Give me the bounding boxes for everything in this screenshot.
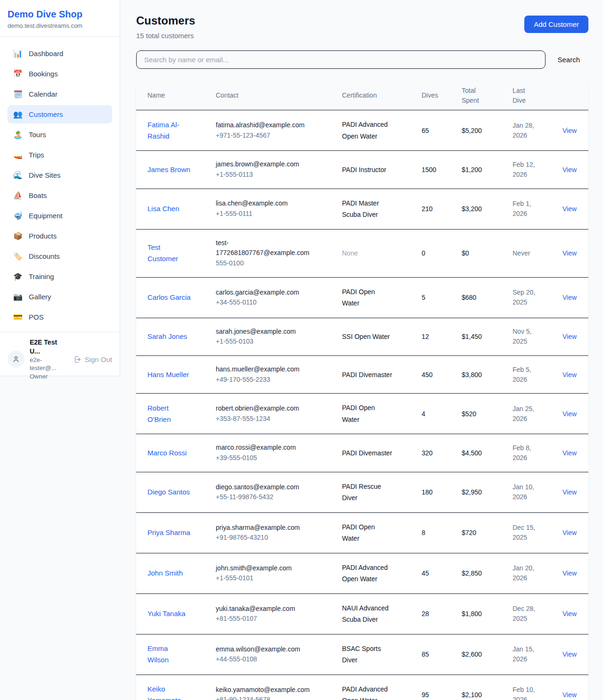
camera-icon: 📷 (13, 293, 23, 301)
customer-dives: 4 (422, 394, 462, 434)
customer-name-link[interactable]: Emma Wilson (147, 643, 191, 666)
view-link[interactable]: View (562, 127, 577, 134)
table-row: Test Customertest-1772681807767@example.… (136, 229, 588, 277)
customer-name-link[interactable]: Marco Rossi (147, 447, 191, 459)
view-link[interactable]: View (562, 651, 577, 658)
view-link[interactable]: View (562, 166, 577, 173)
customer-email: priya.sharma@example.com (216, 523, 318, 533)
view-link[interactable]: View (562, 333, 577, 340)
sidebar-nav: 📊Dashboard📅Bookings🗓️Calendar👥Customers🏝… (0, 37, 120, 332)
view-link[interactable]: View (562, 410, 577, 418)
sailboat-icon: ⛵ (13, 192, 23, 199)
customer-name-link[interactable]: Robert O'Brien (147, 403, 191, 425)
sidebar-item-trips[interactable]: 🚤Trips (8, 146, 112, 164)
customer-email: sarah.jones@example.com (216, 327, 318, 337)
view-link[interactable]: View (562, 569, 577, 577)
view-link[interactable]: View (562, 371, 577, 379)
customer-name-link[interactable]: James Brown (147, 164, 191, 175)
customer-name-link[interactable]: Fatima Al-Rashid (147, 119, 191, 142)
sidebar-item-label: Calendar (29, 89, 57, 99)
page-header: Customers 15 total customers Add Custome… (136, 14, 588, 40)
search-input[interactable] (136, 50, 546, 69)
view-link[interactable]: View (562, 610, 577, 618)
customer-email: john.smith@example.com (216, 563, 318, 574)
sidebar-item-calendar[interactable]: 🗓️Calendar (8, 85, 112, 103)
sign-out-button[interactable]: Sign Out (73, 355, 112, 363)
view-link[interactable]: View (562, 205, 577, 213)
sidebar-item-label: Dashboard (29, 49, 63, 58)
customer-name-link[interactable]: Hans Mueller (147, 369, 191, 380)
sidebar-item-gallery[interactable]: 📷Gallery (8, 288, 112, 306)
customer-dives: 210 (422, 189, 462, 229)
customer-last-dive: Sep 20, 2025 (513, 288, 542, 307)
main-content: Customers 15 total customers Add Custome… (120, 0, 603, 700)
table-row: John Smithjohn.smith@example.com+1-555-0… (136, 553, 588, 593)
customer-total-spent: $3,200 (462, 189, 513, 229)
table-row: Lisa Chenlisa.chen@example.com+1-555-011… (136, 189, 588, 229)
customer-certification: PADI Master Scuba Diver (342, 198, 393, 221)
customer-dives: 320 (422, 434, 462, 472)
add-customer-button[interactable]: Add Customer (524, 16, 588, 33)
customer-last-dive: Feb 8, 2026 (513, 443, 542, 463)
customer-certification: PADI Instructor (342, 164, 393, 176)
sidebar-item-tours[interactable]: 🏝️Tours (8, 125, 112, 144)
customer-dives: 5 (422, 277, 462, 318)
customer-dives: 12 (422, 318, 462, 355)
table-row: Carlos Garciacarlos.garcia@example.com+3… (136, 277, 588, 318)
customer-name-link[interactable]: Test Customer (147, 242, 191, 264)
view-link[interactable]: View (562, 488, 577, 496)
customer-certification: PADI Open Water (342, 521, 393, 544)
customer-name-link[interactable]: Yuki Tanaka (147, 608, 191, 619)
view-link[interactable]: View (562, 249, 577, 257)
customer-email: keiko.yamamoto@example.com (216, 685, 318, 695)
view-link[interactable]: View (562, 294, 577, 301)
customer-certification: None (342, 247, 393, 259)
view-link[interactable]: View (562, 449, 577, 457)
sidebar-item-equipment[interactable]: 🤿Equipment (8, 206, 112, 225)
customer-phone: +81-555-0107 (216, 614, 318, 624)
view-link[interactable]: View (562, 691, 577, 699)
sidebar-item-label: Boats (29, 190, 47, 200)
search-button[interactable]: Search (557, 56, 588, 64)
customer-name-link[interactable]: Sarah Jones (147, 331, 191, 342)
customer-last-dive: Dec 15, 2025 (513, 523, 542, 543)
graduation-cap-icon: 🎓 (13, 273, 23, 280)
sidebar-item-discounts[interactable]: 🏷️Discounts (8, 247, 112, 265)
sidebar-item-bookings[interactable]: 📅Bookings (8, 65, 112, 83)
customer-name-link[interactable]: Carlos Garcia (147, 292, 191, 303)
tag-icon: 🏷️ (13, 253, 23, 260)
sidebar-item-customers[interactable]: 👥Customers (8, 105, 112, 124)
customer-last-dive: Jan 15, 2026 (513, 644, 542, 664)
user-email: e2e-tester@... (30, 356, 68, 372)
sidebar-item-dashboard[interactable]: 📊Dashboard (8, 44, 112, 63)
search-row: Search (136, 50, 588, 69)
customer-name-link[interactable]: Diego Santos (147, 486, 191, 498)
sidebar-item-training[interactable]: 🎓Training (8, 267, 112, 286)
view-link[interactable]: View (562, 529, 577, 536)
customer-name-link[interactable]: Keiko Yamamoto (147, 684, 191, 700)
customer-certification: SSI Open Water (342, 331, 393, 343)
customer-phone: +1-555-0101 (216, 573, 318, 584)
column-header-actions (562, 81, 588, 110)
customer-email: yuki.tanaka@example.com (216, 604, 318, 614)
sidebar-item-products[interactable]: 📦Products (8, 227, 112, 245)
table-row: Hans Muellerhans.mueller@example.com+49-… (136, 356, 588, 394)
user-section: E2E Test U... e2e-tester@... Owner Sign … (0, 332, 120, 386)
customer-name-link[interactable]: John Smith (147, 568, 191, 579)
customer-name-link[interactable]: Priya Sharma (147, 527, 191, 538)
customer-phone: +91-98765-43210 (216, 533, 318, 543)
user-role: Owner (30, 372, 68, 381)
sidebar-item-dive-sites[interactable]: 🌊Dive Sites (8, 166, 112, 184)
sidebar-item-boats[interactable]: ⛵Boats (8, 186, 112, 205)
sidebar-item-label: Trips (29, 150, 44, 160)
customer-last-dive: Feb 5, 2026 (513, 365, 542, 385)
customer-dives: 85 (422, 634, 462, 675)
column-header-total-spent: Total Spent (462, 81, 513, 110)
customer-name-link[interactable]: Lisa Chen (147, 203, 191, 214)
customer-last-dive: Jan 10, 2026 (513, 482, 542, 502)
customer-phone: +44-555-0108 (216, 654, 318, 665)
credit-card-icon: 💳 (13, 313, 23, 321)
customer-email: diego.santos@example.com (216, 482, 318, 493)
sign-out-label: Sign Out (85, 355, 112, 363)
sidebar-item-pos[interactable]: 💳POS (8, 308, 112, 326)
